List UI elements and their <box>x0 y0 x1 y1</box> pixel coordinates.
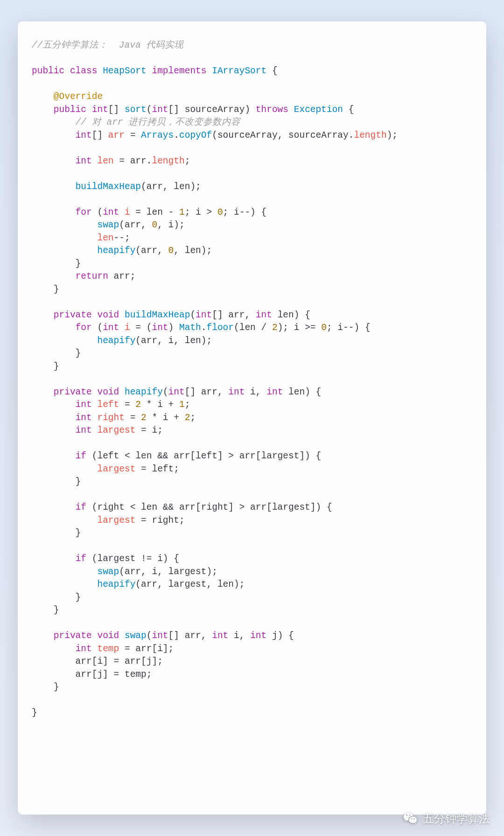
code-block: //五分钟学算法： Java 代码实现 public class HeapSor… <box>32 39 472 720</box>
wechat-icon <box>402 811 418 827</box>
watermark: 五分钟学算法 <box>402 811 490 827</box>
code-card: //五分钟学算法： Java 代码实现 public class HeapSor… <box>18 21 486 815</box>
watermark-label: 五分钟学算法 <box>423 811 490 826</box>
